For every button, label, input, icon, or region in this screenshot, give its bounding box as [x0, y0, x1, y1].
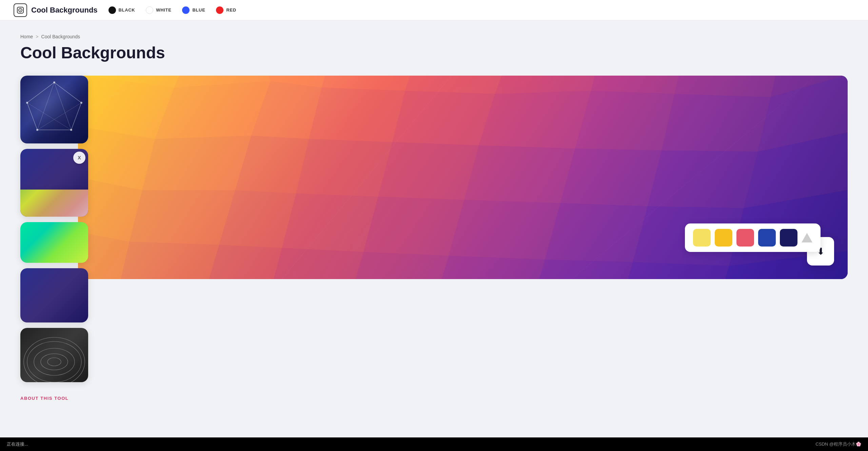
- svg-marker-48: [142, 136, 251, 190]
- svg-line-7: [37, 103, 81, 130]
- svg-marker-59: [282, 193, 378, 252]
- svg-point-13: [27, 341, 81, 382]
- sidebar-card-trianglify[interactable]: Trianglify Colorful abstract triangles: [20, 76, 88, 143]
- status-right: CSDN @程序员小木🌸: [815, 441, 861, 447]
- logo-icon: [14, 3, 27, 17]
- svg-marker-44: [575, 91, 674, 151]
- svg-marker-70: [432, 256, 545, 279]
- about-title: ABOUT THIS TOOL: [20, 396, 848, 401]
- svg-marker-62: [545, 203, 648, 262]
- close-icon: X: [78, 155, 81, 160]
- black-label: BLACK: [119, 7, 135, 13]
- breadcrumb-current: Cool Backgrounds: [41, 34, 80, 39]
- color-palette-bar: [685, 223, 821, 252]
- sidebar: Trianglify Colorful abstract triangles X: [20, 76, 88, 382]
- svg-marker-42: [392, 91, 495, 145]
- sidebar-card-blue[interactable]: [20, 268, 88, 322]
- svg-marker-45: [662, 94, 771, 152]
- svg-marker-54: [648, 151, 758, 208]
- red-dot: [216, 6, 223, 14]
- main-content: Home > Cool Backgrounds Cool Backgrounds: [0, 20, 868, 414]
- sidebar-card-gradient[interactable]: [20, 222, 88, 263]
- brand[interactable]: Cool Backgrounds: [14, 3, 98, 17]
- sidebar-card-topography[interactable]: [20, 328, 88, 382]
- svg-marker-57: [129, 190, 235, 245]
- white-label: WHITE: [156, 7, 171, 13]
- breadcrumb-home[interactable]: Home: [20, 34, 33, 39]
- svg-marker-51: [378, 142, 479, 200]
- svg-marker-61: [449, 200, 560, 259]
- nav-color-black[interactable]: BLACK: [108, 6, 135, 14]
- palette-swatch-2[interactable]: [736, 229, 754, 247]
- nav-color-red[interactable]: RED: [216, 6, 236, 14]
- sidebar-card-flowers[interactable]: X: [20, 149, 88, 217]
- svg-marker-36: [674, 76, 784, 97]
- status-left: 正在连接...: [7, 441, 28, 447]
- svg-point-8: [53, 81, 55, 83]
- nav-color-white[interactable]: WHITE: [146, 6, 171, 14]
- page-title: Cool Backgrounds: [20, 43, 848, 62]
- palette-swatch-1[interactable]: [715, 229, 732, 247]
- palette-triangle-icon[interactable]: [802, 233, 812, 242]
- close-button[interactable]: X: [73, 152, 85, 164]
- svg-point-11: [36, 129, 38, 131]
- nav-color-blue[interactable]: BLUE: [182, 6, 205, 14]
- black-dot: [108, 6, 116, 14]
- svg-point-16: [47, 358, 61, 366]
- photo-overlay: [20, 190, 88, 217]
- breadcrumb-separator: >: [36, 34, 38, 39]
- palette-swatch-0[interactable]: [693, 229, 711, 247]
- palette-swatch-4[interactable]: [780, 229, 797, 247]
- breadcrumb: Home > Cool Backgrounds: [20, 34, 848, 39]
- blue-dot: [182, 6, 190, 14]
- svg-line-5: [54, 82, 71, 130]
- status-bar: 正在连接... CSDN @程序员小木🌸: [0, 437, 868, 451]
- brand-title: Cool Backgrounds: [31, 6, 98, 15]
- svg-marker-69: [348, 252, 449, 279]
- svg-marker-50: [296, 139, 392, 197]
- about-section: ABOUT THIS TOOL: [20, 396, 848, 401]
- palette-swatch-3[interactable]: [758, 229, 776, 247]
- blue-label: BLUE: [192, 7, 205, 13]
- svg-point-14: [34, 348, 75, 375]
- svg-marker-3: [27, 82, 81, 130]
- svg-marker-68: [267, 248, 363, 279]
- red-label: RED: [226, 7, 236, 13]
- main-preview: ⬇: [78, 76, 848, 279]
- svg-marker-35: [591, 76, 687, 94]
- white-dot: [146, 6, 153, 14]
- svg-marker-53: [560, 149, 662, 206]
- svg-point-10: [70, 129, 72, 131]
- svg-line-4: [37, 82, 54, 130]
- content-layout: Trianglify Colorful abstract triangles X: [20, 76, 848, 382]
- svg-marker-66: [118, 241, 219, 279]
- svg-marker-52: [464, 145, 575, 203]
- svg-point-9: [80, 102, 82, 104]
- svg-line-6: [27, 103, 71, 130]
- svg-point-12: [26, 102, 28, 104]
- svg-point-2: [20, 9, 21, 11]
- svg-marker-60: [363, 197, 464, 256]
- navbar: Cool Backgrounds BLACK WHITE BLUE RED: [0, 0, 868, 20]
- svg-marker-43: [479, 91, 591, 149]
- svg-marker-41: [309, 87, 405, 142]
- controls-wrapper: ⬇: [807, 237, 834, 266]
- svg-point-15: [41, 354, 68, 370]
